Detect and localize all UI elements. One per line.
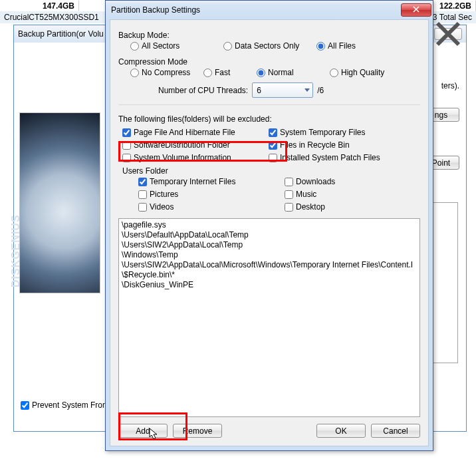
close-icon bbox=[413, 5, 419, 15]
check-sysvol[interactable]: System Volume Information bbox=[122, 153, 269, 162]
users-folder-label: Users Folder bbox=[122, 166, 420, 176]
partition-backup-settings-dialog: Partition Backup Settings Backup Mode: A… bbox=[105, 0, 433, 451]
radio-high-quality[interactable]: High Quality bbox=[330, 68, 403, 77]
radio-fast[interactable]: Fast bbox=[203, 68, 257, 77]
check-softdist[interactable]: SoftwareDistribution Folder bbox=[122, 140, 269, 150]
radio-no-compress[interactable]: No Compress bbox=[130, 68, 203, 77]
highlight-box-add-button bbox=[118, 412, 187, 440]
dialog-title: Partition Backup Settings bbox=[111, 5, 200, 15]
prevent-checkbox-input[interactable] bbox=[21, 401, 29, 410]
prevent-label: Prevent System From bbox=[32, 400, 109, 410]
back-text-ters: ters). bbox=[441, 81, 459, 90]
radio-normal[interactable]: Normal bbox=[257, 68, 330, 77]
check-music[interactable]: Music bbox=[285, 190, 431, 199]
hdd-image: DISKGENIUS bbox=[19, 112, 100, 293]
radio-all-sectors[interactable]: All Sectors bbox=[130, 41, 223, 51]
check-downloads[interactable]: Downloads bbox=[285, 177, 431, 186]
check-temp-ie[interactable]: Temporary Internet Files bbox=[138, 177, 285, 186]
radio-data-sectors[interactable]: Data Sectors Only bbox=[223, 41, 316, 51]
compression-mode-label: Compression Mode bbox=[118, 57, 420, 67]
cancel-button[interactable]: Cancel bbox=[371, 424, 420, 438]
cpu-threads-value: 6 bbox=[257, 86, 261, 95]
exclude-label: The following files(folders) will be exc… bbox=[118, 114, 420, 124]
bg-drive-label: CrucialCT525MX300SSD1 bbox=[0, 12, 103, 23]
back-close-button[interactable] bbox=[434, 28, 462, 40]
ok-button[interactable]: OK bbox=[316, 424, 366, 438]
check-patch[interactable]: Installed System Patch Files bbox=[269, 153, 415, 162]
back-window-title: Backup Partition(or Volu bbox=[18, 29, 104, 39]
check-pagefile[interactable]: Page File And Hibernate File bbox=[122, 128, 269, 137]
radio-all-files[interactable]: All Files bbox=[316, 41, 410, 51]
check-pictures[interactable]: Pictures bbox=[138, 190, 285, 199]
chevron-down-icon bbox=[304, 88, 310, 92]
exclude-list[interactable]: \pagefile.sys \Users\Default\AppData\Loc… bbox=[118, 218, 420, 417]
close-button[interactable] bbox=[401, 3, 431, 17]
check-videos[interactable]: Videos bbox=[138, 202, 285, 212]
separator bbox=[118, 104, 420, 105]
check-recycle[interactable]: Files in Recycle Bin bbox=[269, 140, 415, 150]
check-desktop[interactable]: Desktop bbox=[285, 202, 431, 212]
prevent-checkbox[interactable]: Prevent System From bbox=[21, 400, 109, 410]
check-system-temp[interactable]: System Temporary Files bbox=[269, 128, 415, 137]
cpu-total: /6 bbox=[317, 86, 324, 95]
dialog-titlebar[interactable]: Partition Backup Settings bbox=[106, 1, 433, 19]
bg-size1: 147.4GB bbox=[0, 1, 79, 11]
cpu-threads-select[interactable]: 6 bbox=[252, 82, 313, 98]
cpu-threads-label: Number of CPU Threads: bbox=[158, 86, 248, 95]
hdd-brand-label: DISKGENIUS bbox=[10, 214, 22, 287]
backup-mode-label: Backup Mode: bbox=[118, 31, 420, 40]
